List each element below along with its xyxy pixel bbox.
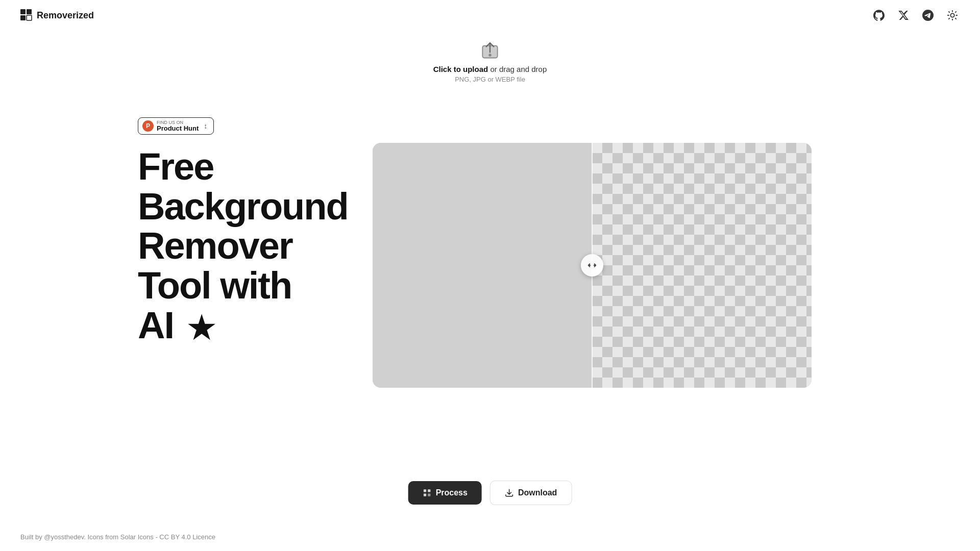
bottom-buttons: Process Download xyxy=(408,481,572,505)
hero-line-2: Background xyxy=(138,187,352,227)
image-preview-area xyxy=(373,143,812,388)
github-button[interactable] xyxy=(872,8,886,22)
logo-text: Removerized xyxy=(37,10,94,21)
download-label: Download xyxy=(518,488,557,497)
twitter-button[interactable] xyxy=(896,8,911,22)
logo-icon xyxy=(20,9,33,21)
svg-point-4 xyxy=(950,13,954,17)
theme-icon xyxy=(947,10,958,21)
header-icons xyxy=(872,8,960,22)
star-icon: ★ xyxy=(187,312,214,344)
hero-title: Free Background Remover Tool with AI ★ xyxy=(138,147,352,345)
svg-rect-7 xyxy=(424,489,426,492)
hero-line-3: Remover xyxy=(138,226,352,266)
svg-rect-2 xyxy=(20,15,26,20)
hero-content: P FIND US ON Product Hunt ↕ Free Backgro… xyxy=(138,117,352,345)
hero-line-4: Tool with xyxy=(138,266,352,306)
process-label: Process xyxy=(436,488,468,497)
download-icon xyxy=(505,488,514,497)
svg-rect-9 xyxy=(424,494,426,496)
telegram-button[interactable] xyxy=(921,8,935,22)
hero-line-5: AI ★ xyxy=(138,306,352,345)
product-hunt-badge[interactable]: P FIND US ON Product Hunt ↕ xyxy=(138,117,214,135)
upload-file-types: PNG, JPG or WEBP file xyxy=(455,76,525,83)
logo[interactable]: Removerized xyxy=(20,9,94,21)
process-icon xyxy=(423,488,432,497)
badge-text-block: FIND US ON Product Hunt xyxy=(157,120,199,132)
twitter-x-icon xyxy=(898,10,909,21)
header: Removerized xyxy=(0,0,980,31)
badge-main-text: Product Hunt xyxy=(157,125,199,132)
preview-slider-handle[interactable] xyxy=(581,254,603,277)
theme-toggle-button[interactable] xyxy=(945,8,960,22)
svg-rect-1 xyxy=(27,9,32,14)
process-button[interactable]: Process xyxy=(408,481,482,505)
ph-logo-icon: P xyxy=(142,120,154,132)
svg-rect-0 xyxy=(20,9,26,14)
upload-area[interactable]: Click to upload or drag and drop PNG, JP… xyxy=(271,28,709,93)
slider-arrows-icon xyxy=(586,260,598,271)
preview-original xyxy=(373,143,592,388)
svg-point-6 xyxy=(488,54,492,57)
upload-click-text: Click to upload or drag and drop xyxy=(433,65,547,73)
upload-icon xyxy=(479,38,501,61)
footer: Built by @yossthedev. Icons from Solar I… xyxy=(20,533,215,541)
preview-processed xyxy=(592,143,812,388)
hero-line-1: Free xyxy=(138,147,352,187)
download-button[interactable]: Download xyxy=(490,481,572,505)
svg-rect-8 xyxy=(428,489,430,492)
footer-text: Built by @yossthedev. Icons from Solar I… xyxy=(20,533,215,541)
github-icon xyxy=(873,10,885,21)
svg-rect-10 xyxy=(428,494,430,496)
svg-rect-3 xyxy=(27,15,32,20)
badge-arrow-icon: ↕ xyxy=(204,122,207,130)
telegram-icon xyxy=(922,10,934,21)
